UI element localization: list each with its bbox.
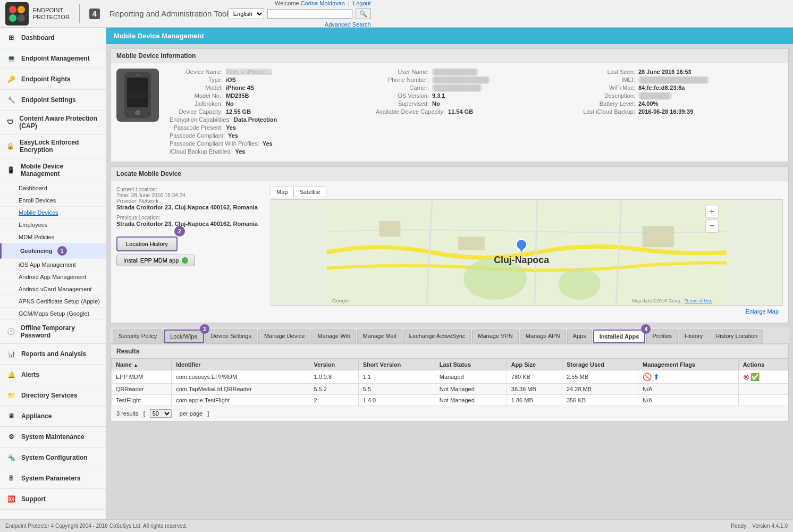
lock-icon: 🔒 [5,140,15,152]
main-content: Mobile Device Management Mobile Device I… [106,28,793,519]
sidebar-sub-geofencing[interactable]: Geofencing 1 [0,243,106,259]
tab-manage-mail[interactable]: Manage Mail [357,330,402,343]
enlarge-map-link[interactable]: Enlarge Map [746,308,779,315]
passcode-compliant-row: Passcode Compliant: Yes [170,132,365,139]
sidebar-sub-gcm[interactable]: GCM/Maps Setup (Google) [0,308,106,320]
col-short-version[interactable]: Short Version [358,359,435,370]
col-name[interactable]: Name ▲ [112,359,172,370]
col-last-status[interactable]: Last Status [435,359,507,370]
results-table: Name ▲ Identifier Version Short Version … [111,359,788,406]
per-page-select[interactable]: 50 100 [150,409,172,418]
svg-rect-0 [5,2,29,26]
sidebar-sub-android-app[interactable]: Android App Management [0,271,106,283]
svg-rect-14 [458,237,485,250]
sidebar-item-reports[interactable]: 📊 Reports and Analysis [0,344,106,365]
info-col-1: Device Name: Tom_s iPhone ... Type: iOS … [164,69,370,116]
action-check-icon[interactable]: ✅ [750,373,760,381]
svg-text:Cluj-Napoca: Cluj-Napoca [494,255,550,265]
sidebar-item-system-parameters[interactable]: 🎚 System Parameters [0,468,106,489]
username-row: User Name: ██████████ [376,69,571,75]
device-name-row: Device Name: Tom_s iPhone ... [170,69,365,75]
page-header: Mobile Device Management [106,28,793,44]
sidebar-item-endpoint-rights[interactable]: 🔑 Endpoint Rights [0,69,106,90]
tab-profiles[interactable]: Profiles [646,330,678,343]
svg-point-7 [135,110,140,115]
col-storage-used[interactable]: Storage Used [562,359,638,370]
flag-icon-remove[interactable]: 🚫 [643,373,652,381]
sidebar-item-system-maintenance[interactable]: ⚙ System Maintenance [0,427,106,447]
advanced-search-link[interactable]: Advanced Search [325,21,371,28]
col-actions[interactable]: Actions [738,359,788,370]
sidebar-item-offline-temp[interactable]: 🕐 Offline Temporary Password [0,320,106,344]
tab-manage-device[interactable]: Manage Device [258,330,310,343]
results-title: Results [111,344,788,359]
sidebar-item-endpoint-management[interactable]: 💻 Endpoint Management [0,48,106,69]
sidebar-sub-dashboard[interactable]: Dashboard [0,182,106,195]
sidebar-item-easylook[interactable]: 🔒 EasyLock Enforced Encryption [0,134,106,158]
previous-address: Strada Croitorlor 23, Cluj-Napoca 400162… [116,221,265,227]
search-input[interactable] [267,9,352,19]
tab-manage-vpn[interactable]: Manage VPN [472,330,518,343]
col-management-flags[interactable]: Management Flags [638,359,738,370]
tab-manage-wifi[interactable]: Manage Wifi [311,330,356,343]
sidebar-sub-ios-app[interactable]: iOS App Management [0,259,106,271]
table-row: QRReader com.TapMediaLtd.QRReader 5.5.2 … [112,384,788,395]
cell-app-size-2: 36.36 MB [507,384,562,395]
tab-manage-apn[interactable]: Manage APN [520,330,566,343]
logo-divider [79,4,80,23]
sidebar-item-cap[interactable]: 🛡 Content Aware Protection (CAP) [0,111,106,134]
tab-device-settings[interactable]: Device Settings [205,330,257,343]
map-tab-satellite[interactable]: Satellite [293,187,326,197]
gear-icon: ⚙ [5,431,17,443]
device-info-panel: Mobile Device Information [111,48,789,162]
logout-link[interactable]: Logout [353,0,371,6]
sidebar-sub-enroll[interactable]: Enroll Devices [0,195,106,207]
sidebar-item-directory-services[interactable]: 📁 Directory Services [0,385,106,406]
sidebar-sub-mobile-devices[interactable]: Mobile Devices [0,207,106,219]
sidebar-sub-apns[interactable]: APNS Certificate Setup (Apple) [0,295,106,308]
sidebar-item-mdm[interactable]: 📱 Mobile Device Management [0,158,106,182]
search-button[interactable]: 🔍 [356,9,371,19]
tab-lock-wipe[interactable]: Lock/Wipe 3 [164,330,204,343]
tab-security-policy[interactable]: Security Policy [113,330,163,343]
cell-identifier-3: com.apple.TestFlight [172,395,309,406]
welcome-line: Welcome Corina Moldovan | Logout [275,0,371,6]
tab-apps[interactable]: Apps [567,330,592,343]
tab-history-location[interactable]: History Location [710,330,763,343]
locate-left: Current Location: Time: 28 June 2016 16:… [116,187,265,317]
sidebar-item-endpoint-settings[interactable]: 🔧 Endpoint Settings [0,90,106,111]
location-history-button[interactable]: Location History [116,237,178,251]
current-time: Time: 28 June 2016 16:34:24 [116,192,265,198]
enlarge-map-container: Enlarge Map [271,306,783,317]
col-identifier[interactable]: Identifier [172,359,309,370]
sidebar-item-system-configuration[interactable]: 🔩 System Configuration [0,447,106,468]
action-delete-icon[interactable]: ⊗ [743,373,749,381]
laptop-icon: 💻 [5,53,17,64]
sidebar-item-support[interactable]: 🆘 Support [0,489,106,510]
app-title: Reporting and Administration Tool [109,9,229,18]
current-address: Strada Croitorlor 23, Cluj-Napoca 400162… [116,204,265,210]
map-tab-map[interactable]: Map [271,187,293,197]
flag-icon-upload[interactable]: ⬆ [653,373,660,381]
sidebar-item-dashboard[interactable]: ⊞ Dashboard [0,28,106,48]
status-version: Ready Version 4.4.1.0 [731,523,788,529]
cell-status-2: Not Managed [435,384,507,395]
tab-exchange-active-sync[interactable]: Exchange ActiveSync [403,330,471,343]
sidebar-sub-employees[interactable]: Employees [0,219,106,231]
sidebar-sub-mdm-policies[interactable]: MDM Policies [0,231,106,243]
sidebar-item-appliance[interactable]: 🖥 Appliance [0,406,106,427]
install-epp-button[interactable]: Install EPP MDM app [116,255,195,266]
tab-installed-apps[interactable]: Installed Apps 4 [593,330,646,343]
phone-row: Phone Number: █████████████ [376,77,571,83]
welcome-user-link[interactable]: Corina Moldovan [301,0,345,6]
sidebar-item-alerts[interactable]: 🔔 Alerts [0,365,106,385]
col-version[interactable]: Version [309,359,358,370]
col-app-size[interactable]: App Size [507,359,562,370]
results-panel: Results Name ▲ Identifier Version Short … [111,344,789,421]
language-select[interactable]: English [229,9,264,19]
jailbroken-row: Jailbroken: No [170,100,365,107]
info-col-3: Last Seen: 28 June 2016 16:53 IMEI: ████… [577,69,783,116]
sidebar-sub-android-vcard[interactable]: Android vCard Management [0,283,106,295]
cell-actions-2 [738,384,788,395]
tab-history[interactable]: History [679,330,708,343]
